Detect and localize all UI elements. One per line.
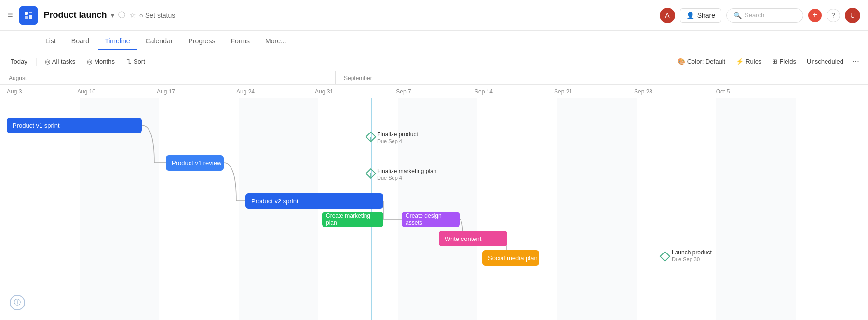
team-avatar: A [660,8,675,23]
share-button[interactable]: 👤 Share [680,8,721,23]
search-input[interactable]: 🔍 Search [726,8,803,23]
tab-list[interactable]: List [39,33,63,50]
date-sep28: Sep 28 [634,88,652,95]
date-oct5: Oct 5 [716,88,730,95]
milestone-finalize-product-due: Due Sep 4 [377,138,402,144]
add-button[interactable]: + [808,9,822,22]
date-aug17: Aug 17 [157,88,175,95]
tab-timeline[interactable]: Timeline [98,33,136,50]
all-tasks-button[interactable]: ◎ All tasks [40,56,80,67]
month-august: August [4,75,31,81]
week-col-10 [716,98,796,320]
search-icon: 🔍 [733,12,742,19]
toolbar: Today | ◎ All tasks ◎ Months ⇅ Sort 🎨 Co… [0,52,868,71]
task-create-design-assets[interactable]: Create designassets [402,212,460,227]
milestone-launch-product-due: Due Sep 30 [672,256,700,262]
user-avatar[interactable]: U [845,8,860,23]
milestone-finalize-marketing-due: Due Sep 4 [377,175,402,181]
chevron-down-icon[interactable]: ▾ [111,12,114,19]
milestone-launch-product-title: Launch product [672,249,712,256]
date-sep7: Sep 7 [396,88,411,95]
svg-rect-0 [25,12,28,15]
months-row: August September [0,71,868,85]
info-icon[interactable]: ⓘ [118,11,125,20]
svg-rect-1 [25,16,28,19]
svg-text:A: A [665,12,670,19]
project-title-area: Product launch ▾ ⓘ ☆ Set status [44,10,176,20]
months-button[interactable]: ◎ Months [82,56,120,67]
date-aug3: Aug 3 [7,88,22,95]
week-col-9 [637,98,716,320]
task-product-v1-sprint[interactable]: Product v1 sprint [7,118,142,133]
share-icon: 👤 [686,12,694,19]
gantt-area: Product v1 sprint Product v1 review Prod… [0,98,868,320]
help-button[interactable]: ? [827,9,840,22]
week-col-8 [557,98,637,320]
svg-rect-3 [29,15,32,19]
tab-forms[interactable]: Forms [224,33,257,50]
nav-tabs: List Board Timeline Calendar Progress Fo… [0,31,868,52]
fields-icon: ⊞ [772,58,777,65]
timeline-container: August September Aug 3 Aug 10 Aug 17 Aug… [0,71,868,320]
fields-button[interactable]: ⊞ Fields [767,56,801,67]
today-button[interactable]: Today [6,56,32,67]
star-icon[interactable]: ☆ [129,11,136,20]
more-options-button[interactable]: ··· [849,54,862,68]
unscheduled-button[interactable]: Unscheduled [802,56,848,67]
date-sep21: Sep 21 [554,88,572,95]
color-button[interactable]: 🎨 Color: Default [673,56,730,67]
week-col-3 [159,98,239,320]
tab-more[interactable]: More... [258,33,293,50]
menu-icon[interactable]: ≡ [8,10,13,20]
task-product-v2-sprint[interactable]: Product v2 sprint [245,193,383,209]
project-title: Product launch [44,10,107,20]
task-product-v1-review[interactable]: Product v1 review [166,155,224,171]
task-create-marketing-plan[interactable]: Create marketingplan [322,212,383,227]
rules-icon: ⚡ [736,58,744,65]
date-aug24: Aug 24 [236,88,255,95]
info-button[interactable]: ⓘ [10,295,25,310]
svg-rect-2 [29,12,32,13]
filter-icon: ◎ [45,58,50,65]
tab-calendar[interactable]: Calendar [139,33,180,50]
header-right: A 👤 Share 🔍 Search + ? U [660,8,860,23]
tab-board[interactable]: Board [65,33,96,50]
sort-icon: ⇅ [126,58,132,65]
tab-progress[interactable]: Progress [181,33,222,50]
milestone-finalize-marketing-title: Finalize marketing plan [377,168,436,174]
svg-text:U: U [850,12,855,19]
header: ≡ Product launch ▾ ⓘ ☆ Set status A 👤 Sh… [0,0,868,31]
rules-button[interactable]: ⚡ Rules [731,56,766,67]
color-icon: 🎨 [678,58,685,65]
app-logo [19,6,38,25]
calendar-icon: ◎ [87,58,92,65]
date-aug31: Aug 31 [315,88,333,95]
task-social-media-plan[interactable]: Social media plan [482,250,539,266]
dates-row: Aug 3 Aug 10 Aug 17 Aug 24 Aug 31 Sep 7 … [0,85,868,98]
sort-button[interactable]: ⇅ Sort [122,56,150,67]
week-col-11 [796,98,868,320]
week-col-7 [477,98,557,320]
set-status-button[interactable]: Set status [139,12,176,19]
milestone-finalize-product-title: Finalize product [377,131,418,138]
month-september: September [339,75,377,81]
week-col-4 [239,98,318,320]
date-aug10: Aug 10 [77,88,95,95]
date-sep14: Sep 14 [475,88,493,95]
task-write-content[interactable]: Write content [439,231,507,246]
toolbar-right: 🎨 Color: Default ⚡ Rules ⊞ Fields Unsche… [673,54,862,68]
